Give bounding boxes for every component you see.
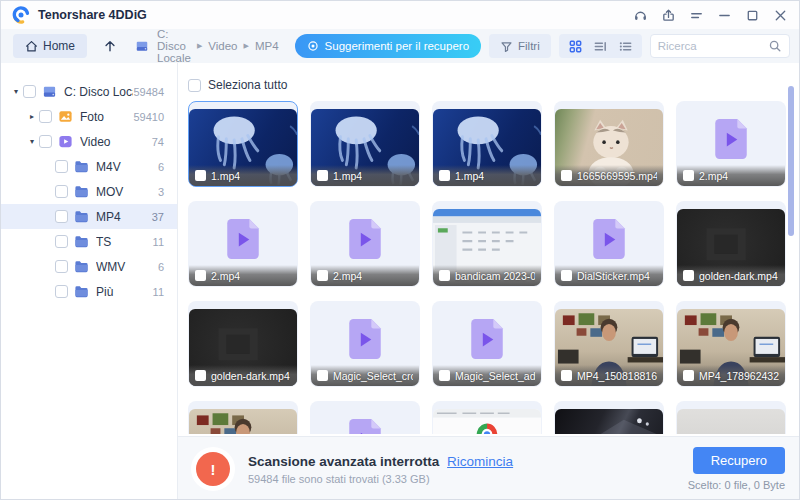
sidebar-item-video[interactable]: ▾Video74: [1, 129, 177, 154]
search-icon[interactable]: [768, 39, 782, 53]
tile-checkbox[interactable]: [195, 370, 206, 381]
list-view-icon[interactable]: [618, 39, 633, 54]
tile-label-bar: 1.mp4: [433, 165, 541, 186]
tile-checkbox[interactable]: [195, 170, 206, 181]
tile-checkbox[interactable]: [561, 170, 572, 181]
tile-checkbox[interactable]: [195, 270, 206, 281]
expand-arrow-icon[interactable]: ▸: [25, 112, 39, 121]
headset-icon[interactable]: [632, 7, 649, 24]
tile-label-bar: bandicam 2023-0...: [433, 265, 541, 286]
scan-status-title: Scansione avanzata interrotta: [248, 454, 439, 469]
restart-scan-link[interactable]: Ricomincia: [447, 454, 513, 469]
close-icon[interactable]: [772, 7, 789, 24]
file-tile-2-mp4[interactable]: 2.mp4: [188, 201, 298, 287]
sidebar-item-mov[interactable]: MOV3: [1, 179, 177, 204]
tile-checkbox[interactable]: [683, 270, 694, 281]
tile-checkbox[interactable]: [439, 270, 450, 281]
navigate-up-button[interactable]: [103, 39, 117, 53]
file-name: 2.mp4: [211, 270, 240, 282]
tile-checkbox[interactable]: [683, 170, 694, 181]
collapse-arrow-icon[interactable]: ▾: [25, 137, 39, 146]
file-tile[interactable]: [676, 401, 786, 434]
file-tile-golden-dark-mp4[interactable]: golden-dark.mp4: [188, 301, 298, 387]
file-tile-mp4-150818816[interactable]: MP4_150818816...: [554, 301, 664, 387]
file-tile-bandicam-2023-0[interactable]: bandicam 2023-0...: [432, 201, 542, 287]
menu-icon[interactable]: [688, 7, 705, 24]
sidebar-item-mp4[interactable]: MP437: [1, 204, 177, 229]
tile-checkbox[interactable]: [317, 370, 328, 381]
file-tile[interactable]: Il browser creato da Google: [432, 401, 542, 434]
sidebar-item-label: Video: [80, 135, 152, 149]
folder-icon: [74, 234, 90, 249]
item-count: 74: [152, 136, 164, 148]
file-tile-1665669595-mp4[interactable]: 1665669595.mp4: [554, 101, 664, 187]
sidebar-item-pi[interactable]: Più11: [1, 279, 177, 304]
checkbox[interactable]: [55, 210, 68, 223]
sidebar-item-label: MOV: [96, 185, 158, 199]
file-tile-1-mp4[interactable]: 1.mp4: [432, 101, 542, 187]
tile-label-bar: 1665669595.mp4: [555, 165, 663, 186]
search-input[interactable]: [658, 40, 768, 52]
checkbox[interactable]: [55, 185, 68, 198]
file-tile[interactable]: [310, 401, 420, 434]
sidebar-item-c-disco-locale[interactable]: ▾C: Disco Locale59484: [1, 79, 177, 104]
recovery-suggestions-button[interactable]: Suggerimenti per il recupero: [295, 34, 481, 58]
checkbox[interactable]: [39, 135, 52, 148]
file-tile[interactable]: [554, 401, 664, 434]
collapse-arrow-icon[interactable]: ▾: [9, 87, 23, 96]
file-tile-magic-select-cro[interactable]: Magic_Select_cro...: [310, 301, 420, 387]
sidebar-item-m4v[interactable]: M4V6: [1, 154, 177, 179]
maximize-icon[interactable]: [744, 7, 761, 24]
file-name: 1.mp4: [455, 170, 484, 182]
file-tile-mp4-178962432[interactable]: MP4_178962432...: [676, 301, 786, 387]
file-tile-1-mp4[interactable]: 1.mp4: [188, 101, 298, 187]
tile-checkbox[interactable]: [561, 370, 572, 381]
sidebar-item-wmv[interactable]: WMV6: [1, 254, 177, 279]
item-count: 11: [153, 286, 164, 298]
checkbox[interactable]: [39, 110, 52, 123]
file-tile-2-mp4[interactable]: 2.mp4: [676, 101, 786, 187]
checkbox[interactable]: [55, 235, 68, 248]
detail-view-icon[interactable]: [593, 39, 608, 54]
file-tile-dialsticker-mp4[interactable]: DialSticker.mp4: [554, 201, 664, 287]
sidebar-item-label: M4V: [96, 160, 158, 174]
checkbox[interactable]: [55, 285, 68, 298]
chrome-thumbnail: Il browser creato da Google: [433, 409, 541, 434]
item-count: 59484: [133, 86, 164, 98]
breadcrumb-item[interactable]: Video: [208, 40, 237, 52]
minimize-icon[interactable]: [716, 7, 733, 24]
sidebar-item-ts[interactable]: TS11: [1, 229, 177, 254]
home-icon: [25, 40, 38, 53]
breadcrumb-item[interactable]: C: Disco Locale: [157, 28, 191, 64]
checkbox[interactable]: [55, 160, 68, 173]
breadcrumb-item[interactable]: MP4: [255, 40, 279, 52]
file-tile-magic-select-add[interactable]: Magic_Select_add...: [432, 301, 542, 387]
file-tile-golden-dark-mp4[interactable]: golden-dark.mp4: [676, 201, 786, 287]
filter-button[interactable]: Filtri: [489, 34, 551, 58]
tile-label-bar: 2.mp4: [189, 265, 297, 286]
tile-checkbox[interactable]: [317, 270, 328, 281]
home-button[interactable]: Home: [13, 34, 87, 58]
scan-status: Scansione avanzata interrotta Ricomincia…: [248, 454, 513, 485]
drive-icon: [135, 39, 149, 53]
vertical-scrollbar[interactable]: [788, 86, 794, 236]
tile-checkbox[interactable]: [683, 370, 694, 381]
select-all[interactable]: Seleziona tutto: [188, 78, 287, 92]
file-tile-2-mp4[interactable]: 2.mp4: [310, 201, 420, 287]
tile-checkbox[interactable]: [439, 170, 450, 181]
checkbox[interactable]: [55, 260, 68, 273]
file-tile[interactable]: [188, 401, 298, 434]
tile-label-bar: 1.mp4: [311, 165, 419, 186]
grid-view-icon[interactable]: [568, 39, 583, 54]
tile-checkbox[interactable]: [561, 270, 572, 281]
tile-checkbox[interactable]: [439, 370, 450, 381]
sidebar-item-foto[interactable]: ▸Foto59410: [1, 104, 177, 129]
recover-button[interactable]: Recupero: [693, 447, 785, 474]
toolbar: Home C: Disco Locale▶Video▶MP4 Suggerime…: [1, 29, 799, 63]
tile-label-bar: MP4_150818816...: [555, 365, 663, 386]
select-all-checkbox[interactable]: [188, 79, 201, 92]
checkbox[interactable]: [23, 85, 36, 98]
tile-checkbox[interactable]: [317, 170, 328, 181]
share-icon[interactable]: [660, 7, 677, 24]
file-tile-1-mp4[interactable]: 1.mp4: [310, 101, 420, 187]
